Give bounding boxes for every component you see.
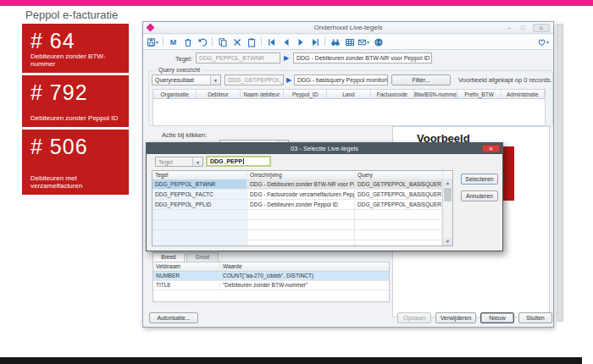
column-header[interactable]: Tegel bbox=[152, 171, 247, 179]
chevron-down-icon: ▼ bbox=[546, 40, 550, 45]
favorites-button[interactable]: ▼ bbox=[537, 36, 550, 48]
tile-number: # 64 bbox=[30, 29, 120, 53]
table-row[interactable] bbox=[152, 230, 442, 240]
search-field-select[interactable]: Tegel ▼ bbox=[155, 157, 203, 167]
field-value: "Debiteuren zonder BTW-nummer" bbox=[220, 281, 389, 290]
cell-omschrijving: DDG - Factuurcode verzamelfacturen Peppo bbox=[247, 190, 355, 199]
vertical-scrollbar[interactable]: ▲ ▼ bbox=[442, 179, 452, 245]
tegel-description-field[interactable]: DDG - Debiteuren zonder BTW-NR voor Pepp… bbox=[293, 52, 432, 63]
live-tile-peppolid[interactable]: # 792 Debiteuren zonder Peppol ID bbox=[22, 75, 129, 127]
column-header[interactable]: Waarde bbox=[220, 262, 389, 271]
previous-record-button[interactable] bbox=[280, 36, 292, 48]
column-header[interactable]: Administratie bbox=[502, 90, 545, 98]
live-tile-verzamel[interactable]: # 506 Debiteuren met verzamelfacturen bbox=[22, 130, 129, 195]
maximize-button[interactable]: □ bbox=[518, 24, 528, 32]
table-row[interactable]: NUMBER COUNT("aa-270_cddeb", DISTINCT) bbox=[153, 272, 389, 281]
column-header[interactable]: Peppol_ID bbox=[284, 90, 327, 98]
dialog-selectie-live-tegels: 03 - Selectie Live-tegels ✕ Tegel ▼ DDG_… bbox=[146, 142, 503, 251]
column-header[interactable]: Debiteur bbox=[197, 90, 240, 98]
last-record-icon bbox=[310, 37, 320, 47]
next-record-button[interactable] bbox=[294, 36, 307, 48]
column-header[interactable]: Factuurcode bbox=[371, 90, 414, 98]
search-field-value: Tegel bbox=[158, 159, 173, 165]
first-record-icon bbox=[267, 37, 277, 47]
sluiten-button[interactable]: Sluiten bbox=[518, 312, 552, 323]
text-cursor bbox=[243, 158, 244, 164]
toolbar-separator bbox=[163, 37, 163, 47]
first-record-button[interactable] bbox=[265, 36, 278, 48]
chevron-down-icon: ▼ bbox=[210, 75, 220, 85]
tegel-code-field[interactable]: DDG_PEPPOL_BTWNR bbox=[196, 52, 280, 63]
window-titlebar[interactable]: Onderhoud Live-tegels – □ ✕ bbox=[143, 22, 553, 34]
toolbar-separator bbox=[261, 37, 262, 47]
verwijderen-button[interactable]: Verwijderen bbox=[435, 312, 476, 323]
tile-label: Debiteuren zonder Peppol ID bbox=[30, 114, 124, 122]
column-header[interactable]: Prefix_BTW bbox=[457, 90, 501, 98]
tegel-label: Tegel: bbox=[167, 55, 192, 63]
tab-groot[interactable]: Groot bbox=[186, 252, 219, 262]
last-record-button[interactable] bbox=[308, 36, 321, 48]
mail-button[interactable]: ▼ bbox=[357, 36, 370, 48]
page-title: Peppol e-facturatie bbox=[25, 8, 118, 21]
fields-grid-header: Veldnaam Waarde bbox=[153, 262, 389, 272]
tile-label: Debiteuren zonder BTW-nummer bbox=[30, 52, 124, 68]
zoom-arrow-icon[interactable]: ▶ bbox=[284, 52, 289, 63]
copy-button[interactable] bbox=[216, 36, 229, 48]
query-overzicht-label: Query overzicht bbox=[156, 67, 202, 73]
table-row[interactable] bbox=[152, 220, 442, 230]
tab-breed[interactable]: Breed bbox=[152, 252, 185, 262]
column-header[interactable]: Naam debiteur bbox=[241, 90, 284, 98]
query-description-field[interactable]: DDG - basisquery Peppol monitoring bbox=[294, 74, 388, 85]
query-grid-body[interactable] bbox=[152, 99, 546, 126]
table-row[interactable]: TITLE "Debiteuren zonder BTW-nummer" bbox=[153, 281, 389, 290]
chevron-down-icon: ▼ bbox=[366, 40, 370, 45]
cell-query: DDG_GETPEPPOL_BASISQUERY bbox=[355, 190, 442, 199]
field-value: COUNT("aa-270_cddeb", DISTINCT) bbox=[220, 272, 389, 280]
grid-view-button[interactable] bbox=[343, 36, 356, 48]
web-button[interactable] bbox=[372, 36, 385, 48]
dialog-close-button[interactable]: ✕ bbox=[482, 145, 500, 152]
search-binoculars-icon bbox=[330, 37, 341, 47]
nieuw-button[interactable]: Nieuw bbox=[480, 312, 514, 323]
search-input[interactable]: DDG_PEPP bbox=[206, 156, 271, 167]
scrollbar-thumb[interactable] bbox=[444, 188, 452, 201]
opslaan-button[interactable]: Opslaan bbox=[397, 312, 431, 323]
table-row[interactable]: DDG_PEPPOL_PPLID DDG - Debiteuren zonder… bbox=[152, 200, 442, 210]
selecteren-button[interactable]: Selecteren bbox=[461, 174, 498, 185]
annuleren-button[interactable]: Annuleren bbox=[461, 190, 498, 201]
dialog-titlebar[interactable]: 03 - Selectie Live-tegels bbox=[147, 143, 502, 154]
close-button[interactable]: ✕ bbox=[533, 24, 550, 32]
filter-button[interactable]: Filter... bbox=[391, 74, 451, 85]
query-type-select[interactable]: Queryresultaat ▼ bbox=[152, 74, 221, 85]
table-row[interactable] bbox=[152, 240, 442, 245]
cut-button[interactable] bbox=[230, 36, 243, 48]
zoom-arrow-icon[interactable]: ▶ bbox=[286, 74, 291, 85]
column-header[interactable]: Organisatie bbox=[153, 90, 197, 98]
undo-button[interactable] bbox=[196, 36, 208, 48]
scroll-up-icon[interactable]: ▲ bbox=[443, 179, 452, 187]
autorisatie-button[interactable]: Autorisatie... bbox=[149, 312, 198, 323]
cut-icon bbox=[232, 37, 242, 47]
bottom-black-bar bbox=[0, 357, 582, 364]
copy-icon bbox=[218, 37, 228, 47]
search-button[interactable] bbox=[329, 36, 341, 48]
column-header[interactable]: Btw/BSN-nummer bbox=[414, 90, 457, 98]
paste-button[interactable] bbox=[245, 36, 258, 48]
live-tile-btw[interactable]: # 64 Debiteuren zonder BTW-nummer bbox=[22, 24, 129, 73]
table-row[interactable]: DDG_PEPPOL_BTWNR DDG - Debiteuren zonder… bbox=[152, 179, 442, 190]
scroll-down-icon[interactable]: ▼ bbox=[443, 238, 452, 245]
catalog-button[interactable]: M bbox=[167, 36, 180, 48]
delete-icon bbox=[183, 37, 193, 47]
column-header[interactable]: Omschrijving bbox=[247, 171, 355, 179]
save-button[interactable]: ▼ bbox=[147, 36, 159, 48]
minimize-button[interactable]: – bbox=[504, 24, 514, 32]
table-row[interactable] bbox=[152, 210, 442, 220]
window-title: Onderhoud Live-tegels bbox=[143, 22, 553, 34]
page-scrollbar[interactable] bbox=[557, 24, 563, 322]
delete-button[interactable] bbox=[181, 36, 194, 48]
column-header[interactable]: Veldnaam bbox=[153, 262, 220, 271]
table-row[interactable]: DDG_PEPPOL_FACTC DDG - Factuurcode verza… bbox=[152, 190, 442, 200]
column-header[interactable]: Land bbox=[327, 90, 370, 98]
column-header[interactable]: Query bbox=[355, 171, 443, 179]
query-code-field[interactable]: DDG_GETPEPPOL_B bbox=[224, 74, 284, 85]
